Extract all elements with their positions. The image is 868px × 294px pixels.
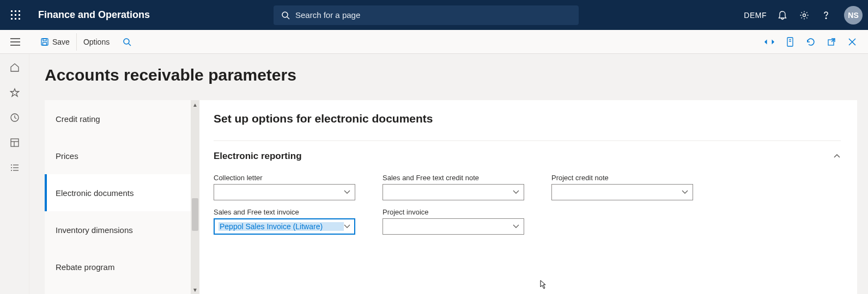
project-credit-note-combo[interactable] bbox=[551, 184, 693, 200]
settings-gear-icon[interactable] bbox=[798, 9, 810, 21]
svg-rect-6 bbox=[11, 18, 13, 20]
workspaces-icon[interactable] bbox=[9, 137, 21, 149]
sidebar-item-label: Prices bbox=[56, 151, 78, 161]
app-launcher-icon[interactable] bbox=[5, 5, 26, 26]
svg-rect-17 bbox=[43, 39, 46, 41]
project-invoice-combo[interactable] bbox=[383, 218, 524, 235]
nav-toggle-icon[interactable] bbox=[7, 38, 24, 46]
modules-icon[interactable] bbox=[9, 162, 21, 174]
options-label: Options bbox=[83, 38, 110, 46]
chevron-down-icon bbox=[513, 190, 519, 194]
recent-icon[interactable] bbox=[9, 112, 21, 124]
svg-point-19 bbox=[124, 39, 129, 44]
collection-letter-combo[interactable] bbox=[214, 184, 355, 200]
scroll-down-icon[interactable]: ▼ bbox=[191, 285, 199, 294]
scroll-up-icon[interactable]: ▲ bbox=[191, 100, 199, 109]
svg-rect-18 bbox=[43, 42, 47, 45]
sales-credit-note-label: Sales and Free text credit note bbox=[383, 174, 524, 182]
sidebar-item-label: Rebate program bbox=[56, 262, 114, 272]
sales-invoice-value: Peppol Sales Invoice (Litware) bbox=[218, 222, 344, 231]
home-icon[interactable] bbox=[9, 62, 21, 74]
svg-marker-21 bbox=[764, 39, 767, 44]
chevron-down-icon bbox=[513, 224, 519, 229]
section-title: Set up options for electronic documents bbox=[214, 112, 841, 141]
svg-point-12 bbox=[825, 17, 827, 19]
svg-marker-22 bbox=[772, 39, 775, 44]
svg-rect-4 bbox=[15, 14, 16, 16]
save-button[interactable]: Save bbox=[34, 33, 77, 51]
chevron-down-icon bbox=[682, 190, 688, 194]
parameters-sidebar: Credit rating Prices Electronic document… bbox=[45, 100, 191, 294]
svg-rect-7 bbox=[15, 18, 16, 20]
sidebar-scrollbar[interactable]: ▲ ▼ bbox=[191, 100, 199, 294]
svg-rect-2 bbox=[19, 10, 20, 12]
options-button[interactable]: Options bbox=[77, 33, 116, 51]
close-icon[interactable] bbox=[846, 36, 858, 48]
sidebar-item-credit-rating[interactable]: Credit rating bbox=[45, 100, 191, 137]
sidebar-item-label: Credit rating bbox=[56, 114, 100, 124]
project-credit-note-label: Project credit note bbox=[551, 174, 693, 182]
sales-invoice-combo[interactable]: Peppol Sales Invoice (Litware) bbox=[214, 218, 355, 235]
popout-icon[interactable] bbox=[825, 36, 837, 48]
collection-letter-label: Collection letter bbox=[214, 174, 355, 182]
sidebar-item-prices[interactable]: Prices bbox=[45, 137, 191, 174]
sales-credit-note-combo[interactable] bbox=[383, 184, 524, 200]
save-icon bbox=[40, 38, 49, 46]
scroll-thumb[interactable] bbox=[192, 198, 198, 231]
svg-point-11 bbox=[803, 14, 806, 16]
svg-rect-5 bbox=[19, 14, 20, 16]
sidebar-item-label: Electronic documents bbox=[56, 188, 133, 198]
svg-marker-30 bbox=[10, 89, 19, 96]
app-title: Finance and Operations bbox=[38, 9, 150, 21]
project-invoice-label: Project invoice bbox=[383, 208, 524, 216]
user-avatar[interactable]: NS bbox=[844, 6, 863, 24]
collapse-icon[interactable] bbox=[833, 154, 841, 159]
save-label: Save bbox=[52, 38, 70, 46]
sales-invoice-label: Sales and Free text invoice bbox=[214, 208, 355, 216]
svg-rect-1 bbox=[15, 10, 16, 12]
refresh-icon[interactable] bbox=[805, 36, 817, 48]
sidebar-item-rebate-program[interactable]: Rebate program bbox=[45, 248, 191, 285]
page-title: Accounts receivable parameters bbox=[29, 54, 868, 84]
subsection-title: Electronic reporting bbox=[214, 151, 302, 162]
svg-rect-8 bbox=[19, 18, 20, 20]
mouse-cursor-icon bbox=[536, 279, 548, 293]
sidebar-item-electronic-documents[interactable]: Electronic documents bbox=[45, 174, 191, 211]
svg-point-9 bbox=[282, 12, 288, 17]
svg-rect-16 bbox=[41, 39, 48, 45]
sidebar-item-label: Inventory dimensions bbox=[56, 225, 133, 235]
svg-rect-23 bbox=[787, 38, 793, 46]
notifications-icon[interactable] bbox=[776, 9, 788, 21]
svg-rect-0 bbox=[11, 10, 13, 12]
help-icon[interactable] bbox=[820, 9, 832, 21]
action-search-icon[interactable] bbox=[116, 38, 138, 46]
svg-rect-32 bbox=[11, 139, 19, 146]
search-icon bbox=[281, 11, 290, 20]
sidebar-item-inventory-dimensions[interactable]: Inventory dimensions bbox=[45, 211, 191, 248]
svg-line-20 bbox=[129, 44, 131, 46]
favorites-icon[interactable] bbox=[9, 87, 21, 99]
related-info-icon[interactable] bbox=[763, 36, 775, 48]
company-code[interactable]: DEMF bbox=[744, 11, 767, 20]
global-search-input[interactable] bbox=[295, 10, 571, 20]
svg-line-10 bbox=[287, 17, 289, 19]
chevron-down-icon bbox=[344, 190, 350, 194]
global-search[interactable] bbox=[274, 5, 579, 25]
chevron-down-icon bbox=[344, 224, 350, 229]
svg-line-27 bbox=[831, 39, 835, 42]
attach-icon[interactable] bbox=[784, 36, 796, 48]
svg-rect-3 bbox=[11, 14, 13, 16]
